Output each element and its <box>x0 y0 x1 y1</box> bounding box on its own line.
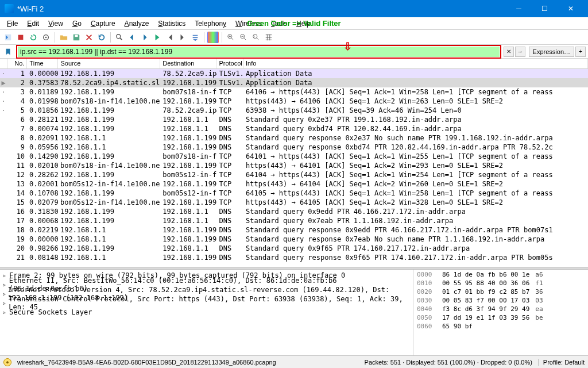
cell-source: 192.168.1.199 <box>58 69 160 78</box>
packet-row[interactable]: 80.020917192.168.1.1192.168.1.199DNSStan… <box>0 133 588 143</box>
go-last-icon[interactable] <box>177 32 188 43</box>
start-capture-icon[interactable] <box>2 32 14 43</box>
zoom-in-icon[interactable] <box>225 32 237 43</box>
packet-row[interactable]: ·50.018562192.168.1.19978.52.2ca9.ip4.st… <box>0 106 588 115</box>
related-marker <box>0 179 7 189</box>
packet-row[interactable]: ▶20.37583078.52.2ca9.ip4.static.sl-rever… <box>0 78 588 87</box>
close-file-icon[interactable] <box>83 32 95 43</box>
zoom-out-icon[interactable] <box>238 32 249 43</box>
expand-icon[interactable]: ▹ <box>2 308 9 316</box>
add-filter-button[interactable]: + <box>575 47 586 57</box>
find-packet-icon[interactable] <box>114 32 125 43</box>
zoom-reset-icon[interactable]: 1 <box>250 32 262 43</box>
packet-row[interactable]: ·30.011897192.168.1.199bom07s18-in-f14.1… <box>0 87 588 97</box>
cell-time: 0.020798 <box>27 198 58 207</box>
col-source[interactable]: Source <box>58 59 160 68</box>
cell-time: 0.375830 <box>27 78 58 87</box>
save-file-icon[interactable] <box>71 32 82 43</box>
hex-row[interactable]: 0040f3 8c d6 3f 94 9f 29 49ea <box>417 305 585 314</box>
packet-row[interactable]: 130.020010bom05s12-in-f14.1e100.net192.1… <box>0 179 588 189</box>
col-info[interactable]: Info <box>243 59 588 68</box>
menu-analyze[interactable]: Analyze <box>120 18 154 29</box>
go-prev-icon[interactable] <box>126 32 138 43</box>
bottom-panes: ▹Frame 2: 99 bytes on wire (792 bits), 9… <box>0 269 588 355</box>
packet-row[interactable]: 120.282625192.168.1.199bom05s12-in-f14.1… <box>0 170 588 179</box>
cell-info: Standard query response 0x7eab No such n… <box>243 235 588 244</box>
maximize-button[interactable]: ☐ <box>532 0 558 17</box>
go-first-icon[interactable] <box>164 32 176 43</box>
packet-row[interactable]: 100.142901192.168.1.199bom07s18-in-f14.1… <box>0 152 588 161</box>
packet-row[interactable]: 70.000741192.168.1.199192.168.1.1DNSStan… <box>0 124 588 133</box>
resize-columns-icon[interactable] <box>263 32 274 43</box>
packet-row[interactable]: 140.107080192.168.1.199bom05s12-in-f14.1… <box>0 189 588 198</box>
hex-row[interactable]: 006065 90 bf <box>417 323 585 331</box>
packet-list[interactable]: ·10.000000192.168.1.19978.52.2ca9.ip4.st… <box>0 69 588 267</box>
app-icon <box>5 4 14 13</box>
packet-row[interactable]: ·40.019986bom07s18-in-f14.1e100.net192.1… <box>0 97 588 106</box>
packet-row[interactable]: 160.318301192.168.1.199192.168.1.1DNSSta… <box>0 207 588 216</box>
packet-row[interactable]: 150.020798bom05s12-in-f14.1e100.net192.1… <box>0 198 588 207</box>
capture-options-icon[interactable] <box>40 32 52 43</box>
display-filter-input[interactable] <box>18 47 500 57</box>
cell-destination: bom07s18-in-f14.1e… <box>160 152 216 161</box>
col-no[interactable]: No. <box>7 59 28 68</box>
packet-row[interactable]: 170.000686192.168.1.199192.168.1.1DNSSta… <box>0 216 588 225</box>
tree-item[interactable]: ▹Transmission Control Protocol, Src Port… <box>2 298 411 308</box>
related-marker <box>0 216 7 225</box>
packet-row[interactable]: 90.059564192.168.1.1192.168.1.199DNSStan… <box>0 143 588 152</box>
expand-icon[interactable]: ▹ <box>2 271 9 279</box>
apply-filter-button[interactable]: → <box>515 47 525 57</box>
related-marker <box>0 170 7 179</box>
cell-destination: 192.168.1.1 <box>160 115 216 124</box>
packet-row[interactable]: 180.022196192.168.1.1192.168.1.199DNSSta… <box>0 225 588 235</box>
go-next-icon[interactable] <box>139 32 150 43</box>
expand-icon[interactable]: ▹ <box>2 299 9 307</box>
bookmark-filter-icon[interactable] <box>2 46 14 57</box>
svg-point-2 <box>45 36 47 38</box>
packet-row[interactable]: 200.982668192.168.1.199192.168.1.1DNSSta… <box>0 244 588 253</box>
menu-telephony[interactable]: Telephony <box>190 18 231 29</box>
menu-file[interactable]: File <box>2 18 22 29</box>
packet-row[interactable]: 190.000004192.168.1.1192.168.1.199DNSSta… <box>0 235 588 244</box>
packet-row[interactable]: 210.081489192.168.1.1192.168.1.199DNSSta… <box>0 253 588 262</box>
go-to-packet-icon[interactable] <box>152 32 163 43</box>
packet-row[interactable]: 60.281217192.168.1.199192.168.1.1DNSStan… <box>0 115 588 124</box>
colorize-icon[interactable] <box>207 32 219 43</box>
menu-go[interactable]: Go <box>68 18 86 29</box>
packet-row[interactable]: ·10.000000192.168.1.19978.52.2ca9.ip4.st… <box>0 69 588 78</box>
cell-destination: 192.168.1.1 <box>160 207 216 216</box>
expert-info-icon[interactable]: ● <box>3 358 11 366</box>
profile-label[interactable]: Profile: Default <box>538 359 585 366</box>
packet-row[interactable]: 110.020108bom07s18-in-f14.1e100.net192.1… <box>0 161 588 170</box>
menu-edit[interactable]: Edit <box>22 18 44 29</box>
close-button[interactable]: ✕ <box>558 0 583 17</box>
expression-button[interactable]: Expression… <box>529 47 574 57</box>
col-protocol[interactable]: Protocol <box>216 59 243 68</box>
col-time[interactable]: Time <box>27 59 58 68</box>
cell-info: 63938 → https(443) [ACK] Seq=39 Ack=46 W… <box>243 106 588 115</box>
hex-row[interactable]: 005017 dd 19 e1 1f 03 39 56be <box>417 314 585 323</box>
restart-capture-icon[interactable] <box>28 32 39 43</box>
hex-row[interactable]: 003000 05 83 f7 00 00 17 0303 <box>417 297 585 305</box>
hex-row[interactable]: 002001 c7 01 bb f9 c2 85 b736 <box>417 288 585 297</box>
col-destination[interactable]: Destination <box>160 59 216 68</box>
minimize-button[interactable]: ─ <box>506 0 532 17</box>
reload-file-icon[interactable] <box>96 32 107 43</box>
expand-icon[interactable]: ▹ <box>2 290 8 298</box>
stop-capture-icon[interactable] <box>15 32 26 43</box>
hex-row[interactable]: 001000 55 95 88 40 00 36 06f1 <box>417 279 585 288</box>
cell-destination: 192.168.1.199 <box>160 78 216 87</box>
hex-row[interactable]: 000086 1d de 0a fb b6 00 1ea6 <box>417 271 585 279</box>
menu-statistics[interactable]: Statistics <box>153 18 190 29</box>
packet-bytes-hex[interactable]: 000086 1d de 0a fb b6 00 1ea6001000 55 9… <box>413 270 588 355</box>
filter-highlight-box <box>16 45 501 59</box>
cell-time: 0.000004 <box>27 235 58 244</box>
cell-time: 0.982668 <box>27 244 58 253</box>
open-file-icon[interactable] <box>58 32 69 43</box>
cell-protocol: TCP <box>217 189 243 198</box>
auto-scroll-icon[interactable] <box>189 32 201 43</box>
packet-details-tree[interactable]: ▹Frame 2: 99 bytes on wire (792 bits), 9… <box>0 270 413 355</box>
clear-filter-button[interactable]: ✕ <box>504 47 514 57</box>
menu-capture[interactable]: Capture <box>86 18 120 29</box>
menu-view[interactable]: View <box>44 18 68 29</box>
